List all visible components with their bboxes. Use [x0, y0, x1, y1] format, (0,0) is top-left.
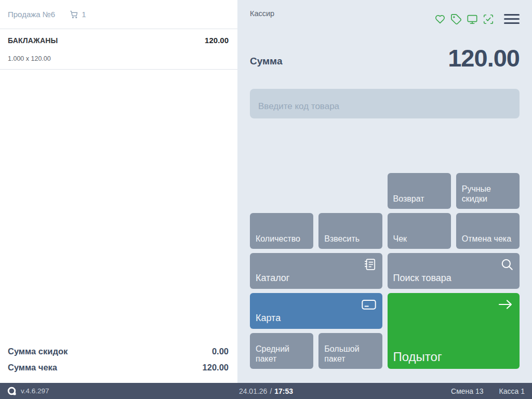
discount-sum-value: 0.00 — [212, 347, 229, 356]
arrow-right-icon — [497, 298, 514, 311]
return-button[interactable]: Возврат — [388, 173, 451, 209]
subtotal-button[interactable]: Подытог — [388, 293, 520, 369]
cart-count-indicator: 1 — [70, 10, 86, 19]
receipt-item-row[interactable]: БАКЛАЖАНЫ 120.00 1.000 x 120.00 — [0, 29, 237, 70]
item-price: 120.00 — [205, 36, 229, 45]
status-bar: v.4.6.297 24.01.26 / 17:53 Смена 13 Касс… — [0, 383, 532, 399]
sum-label: Сумма — [250, 56, 282, 70]
heart-icon — [434, 14, 446, 25]
receipt-totals: Сумма скидок 0.00 Сумма чека 120.00 — [8, 343, 229, 376]
time-value: 17:53 — [274, 387, 293, 395]
medium-bag-button[interactable]: Средний пакет — [250, 333, 313, 369]
receipt-sum-label: Сумма чека — [8, 363, 57, 373]
pos-app: Продажа №6 1 БАКЛАЖАНЫ 120.00 1.000 x 12… — [0, 0, 532, 399]
cart-icon — [70, 10, 78, 19]
cashier-label: Кассир — [250, 9, 274, 18]
product-code-input[interactable] — [250, 89, 520, 118]
large-bag-button[interactable]: Большой пакет — [318, 333, 382, 369]
search-icon — [500, 258, 514, 271]
quantity-button[interactable]: Количество — [250, 213, 313, 249]
card-button[interactable]: Карта — [250, 293, 382, 329]
receipt-button[interactable]: Чек — [388, 213, 451, 249]
receipt-sum-value: 120.00 — [203, 363, 229, 373]
item-qty-price-detail: 1.000 x 120.00 — [8, 55, 229, 62]
discount-sum-label: Сумма скидок — [8, 347, 68, 356]
weigh-button[interactable]: Взвесить — [318, 213, 382, 249]
tag-icon — [450, 14, 462, 25]
sale-title: Продажа №6 — [8, 10, 55, 19]
monitor-icon — [467, 14, 478, 25]
item-name: БАКЛАЖАНЫ — [8, 36, 58, 45]
receipt-panel: Продажа №6 1 БАКЛАЖАНЫ 120.00 1.000 x 12… — [0, 0, 237, 383]
shift-label: Смена 13 — [451, 387, 484, 395]
status-icons — [434, 13, 520, 25]
date-value: 24.01.26 — [239, 387, 268, 395]
card-icon — [361, 298, 377, 311]
register-label: Касса 1 — [499, 387, 525, 395]
product-search-button[interactable]: Поиск товара — [388, 253, 520, 289]
catalog-button[interactable]: Каталог — [250, 253, 382, 289]
manual-discounts-button[interactable]: Ручные скидки — [456, 173, 520, 209]
sum-row: Сумма 120.00 — [250, 46, 520, 70]
scan-check-icon — [483, 14, 494, 25]
cancel-receipt-button[interactable]: Отмена чека — [456, 213, 520, 249]
sale-header: Продажа №6 1 — [0, 0, 237, 29]
action-buttons-grid: Возврат Ручные скидки Количество Взвесит… — [250, 173, 520, 369]
date-time-separator: / — [270, 387, 272, 395]
sum-value: 120.00 — [448, 46, 520, 70]
menu-icon[interactable] — [504, 13, 520, 25]
action-panel: Кассир — [237, 0, 532, 383]
cart-count: 1 — [82, 10, 86, 19]
catalog-icon — [363, 258, 377, 271]
